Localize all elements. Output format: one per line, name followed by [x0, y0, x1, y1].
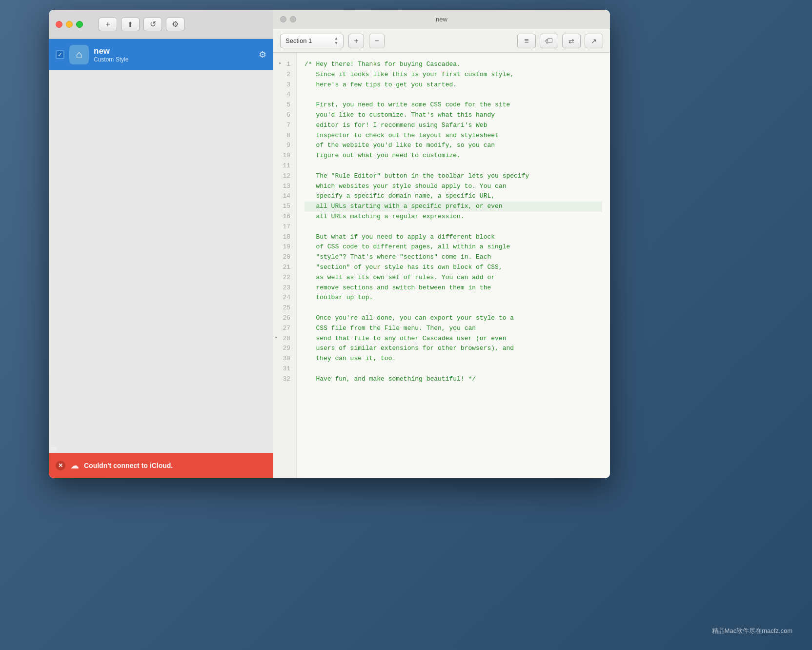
- code-line: they can use it, too.: [304, 354, 602, 364]
- line-number: 23: [281, 283, 292, 293]
- close-button[interactable]: [56, 21, 62, 28]
- style-subtitle: Custom Style: [94, 56, 254, 63]
- code-line: "style"? That's where "sections" come in…: [304, 252, 602, 263]
- cloud-icon: ☁: [70, 460, 79, 471]
- editor-titlebar: new: [273, 10, 610, 29]
- editor-dot-2: [290, 16, 296, 22]
- close-icon: ✕: [58, 462, 63, 469]
- editor-toolbar-right: ≡ 🏷 ⇄ ↗: [517, 34, 603, 48]
- code-line: [304, 364, 602, 374]
- line-number: 15: [281, 202, 292, 212]
- editor-toolbar: Section 1 ▲ ▼ + − ≡ 🏷: [273, 29, 610, 53]
- code-line: [304, 222, 602, 232]
- add-style-button[interactable]: +: [99, 18, 117, 31]
- rule-editor-button[interactable]: ≡: [517, 34, 536, 48]
- line-numbers: 1234567891011121314151617181920212223242…: [273, 53, 297, 478]
- style-name: new: [94, 46, 254, 56]
- line-number: 16: [281, 212, 292, 222]
- line-number: 3: [284, 80, 292, 90]
- code-line: remove sections and switch between them …: [304, 283, 602, 293]
- code-line: /* Hey there! Thanks for buying Cascadea…: [304, 60, 602, 70]
- check-icon: ✓: [58, 51, 62, 58]
- section-picker-arrows: ▲ ▼: [334, 36, 338, 45]
- refresh-icon: ↺: [150, 20, 156, 29]
- code-line: editor is for! I recommend using Safari'…: [304, 121, 602, 131]
- add-section-button[interactable]: +: [348, 34, 364, 48]
- line-number: 19: [281, 242, 292, 252]
- line-number: 21: [281, 263, 292, 273]
- code-line: all URLs matching a regular expression.: [304, 212, 602, 222]
- code-line: as well as its own set of rules. You can…: [304, 273, 602, 283]
- sidebar: + ⬆ ↺ ⚙ ✓: [49, 10, 273, 478]
- export-icon: ⬆: [127, 20, 133, 28]
- code-line: [304, 161, 602, 171]
- filter-button[interactable]: ⇄: [562, 34, 581, 48]
- filter-icon: ⇄: [568, 37, 574, 45]
- sidebar-content: ✓ ⌂ new Custom Style ⚙: [49, 39, 273, 478]
- add-section-icon: +: [354, 37, 358, 45]
- error-message: Couldn't connect to iCloud.: [84, 462, 173, 469]
- gear-button[interactable]: ⚙: [166, 18, 184, 31]
- line-number: 26: [281, 313, 292, 324]
- editor-window-controls: [280, 16, 296, 22]
- line-number: 24: [281, 293, 292, 303]
- export-button[interactable]: ⬆: [121, 18, 140, 31]
- line-number: 6: [284, 110, 292, 121]
- style-gear-button[interactable]: ⚙: [259, 49, 266, 60]
- code-line: Have fun, and make something beautiful! …: [304, 374, 602, 385]
- error-close-button[interactable]: ✕: [56, 461, 65, 470]
- line-number: 18: [281, 232, 292, 243]
- line-number: 17: [281, 222, 292, 232]
- home-icon: ⌂: [76, 48, 82, 61]
- code-line: you'd like to customize. That's what thi…: [304, 110, 602, 121]
- line-number: 28: [281, 334, 292, 344]
- style-checkbox[interactable]: ✓: [56, 50, 64, 59]
- style-item-info: new Custom Style: [94, 46, 254, 63]
- settings-icon: ⚙: [259, 50, 266, 60]
- line-number: 4: [284, 90, 292, 100]
- line-number: 7: [284, 121, 292, 131]
- line-number: 11: [281, 161, 292, 171]
- editor-window-title: new: [436, 16, 447, 23]
- tag-button[interactable]: 🏷: [540, 34, 558, 48]
- style-icon: ⌂: [69, 45, 89, 64]
- gear-icon: ⚙: [172, 20, 179, 29]
- line-number: 2: [284, 70, 292, 80]
- code-line: of CSS code to different pages, all with…: [304, 242, 602, 252]
- editor-pane: new Section 1 ▲ ▼ + −: [273, 10, 610, 478]
- share-button[interactable]: ↗: [585, 34, 603, 48]
- code-line: But what if you need to apply a differen…: [304, 232, 602, 243]
- line-number: 10: [281, 151, 292, 161]
- code-line: [304, 90, 602, 100]
- code-line: specify a specific domain name, a specif…: [304, 191, 602, 202]
- code-line: [304, 303, 602, 313]
- code-line: which websites your style should apply t…: [304, 182, 602, 192]
- line-number: 12: [281, 171, 292, 182]
- line-number: 32: [281, 374, 292, 385]
- corner-label: op: [49, 444, 59, 453]
- code-line: here's a few tips to get you started.: [304, 80, 602, 90]
- code-line: all URLs starting with a specific prefix…: [304, 202, 602, 212]
- refresh-button[interactable]: ↺: [143, 18, 162, 31]
- line-number: 9: [284, 141, 292, 151]
- watermark: 精品Mac软件尽在macfz.com: [712, 627, 792, 635]
- code-editor[interactable]: 1234567891011121314151617181920212223242…: [273, 53, 610, 478]
- maximize-button[interactable]: [76, 21, 83, 28]
- app-window: + ⬆ ↺ ⚙ ✓: [49, 10, 610, 478]
- line-number: 5: [284, 100, 292, 110]
- code-content[interactable]: /* Hey there! Thanks for buying Cascadea…: [297, 53, 610, 478]
- tag-icon: 🏷: [545, 37, 553, 45]
- section-picker[interactable]: Section 1 ▲ ▼: [280, 34, 344, 48]
- line-number: 8: [284, 131, 292, 141]
- sidebar-toolbar-buttons: + ⬆ ↺ ⚙: [99, 18, 184, 31]
- list-icon: ≡: [524, 37, 528, 45]
- code-line: figure out what you need to customize.: [304, 151, 602, 161]
- remove-section-button[interactable]: −: [369, 34, 385, 48]
- style-item[interactable]: ✓ ⌂ new Custom Style ⚙: [49, 39, 273, 70]
- line-number: 25: [281, 303, 292, 313]
- editor-dot-1: [280, 16, 286, 22]
- line-number: 20: [281, 252, 292, 263]
- plus-icon: +: [105, 20, 110, 29]
- line-number: 29: [281, 344, 292, 354]
- minimize-button[interactable]: [66, 21, 73, 28]
